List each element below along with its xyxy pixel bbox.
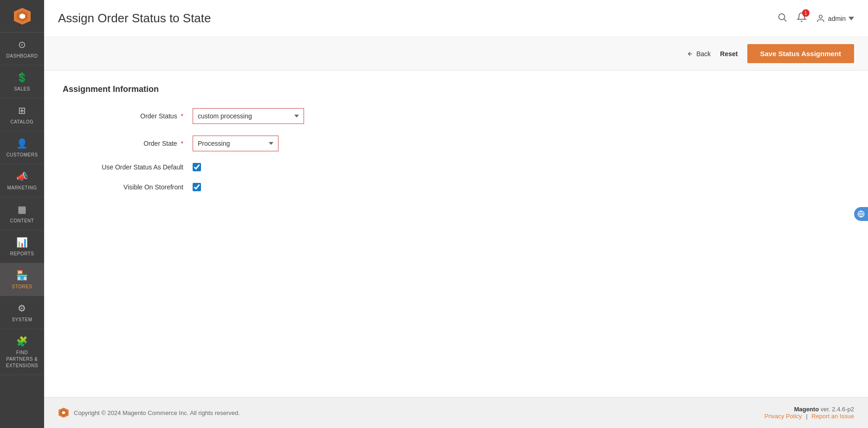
- reports-icon: 📊: [16, 236, 28, 249]
- chevron-down-icon: [849, 17, 854, 20]
- magento-label: Magento: [794, 406, 819, 413]
- sidebar-item-label: REPORTS: [10, 251, 34, 257]
- notification-count: 1: [802, 9, 810, 17]
- user-icon: [816, 14, 825, 23]
- magento-logo-icon: [58, 407, 69, 418]
- section-title: Assignment Information: [63, 84, 849, 94]
- admin-username: admin: [828, 15, 846, 22]
- sidebar-item-label: FIND PARTNERS & EXTENSIONS: [2, 350, 42, 369]
- footer-version: Magento ver. 2.4.6-p2 Privacy Policy | R…: [764, 406, 854, 420]
- sidebar-item-stores[interactable]: 🏪 STORES: [0, 263, 44, 296]
- dashboard-icon: ⊙: [18, 38, 26, 51]
- content-area: Assignment Information Order Status * cu…: [44, 71, 868, 397]
- use-default-checkbox-wrap: [193, 163, 201, 171]
- save-status-assignment-button[interactable]: Save Status Assignment: [747, 44, 855, 63]
- sidebar-item-content[interactable]: ▦ CONTENT: [0, 197, 44, 230]
- sidebar-item-system[interactable]: ⚙ SYSTEM: [0, 296, 44, 329]
- marketing-icon: 📣: [16, 170, 28, 183]
- page-header: Assign Order Status to State 1: [44, 0, 868, 37]
- sidebar-item-find-partners[interactable]: 🧩 FIND PARTNERS & EXTENSIONS: [0, 329, 44, 375]
- report-issue-link[interactable]: Report an Issue: [811, 413, 854, 420]
- visible-storefront-label: Visible On Storefront: [63, 183, 193, 191]
- visible-storefront-checkbox-wrap: [193, 183, 201, 191]
- separator: |: [806, 413, 807, 420]
- footer-copyright: Copyright © 2024 Magento Commerce Inc. A…: [58, 407, 240, 418]
- required-indicator: *: [181, 140, 183, 147]
- page-footer: Copyright © 2024 Magento Commerce Inc. A…: [44, 397, 868, 428]
- order-state-select[interactable]: Processing Pending Complete Closed Cance…: [193, 136, 279, 151]
- assignment-form: Order Status * custom processing Process…: [63, 108, 434, 191]
- sidebar-item-sales[interactable]: 💲 SALES: [0, 65, 44, 98]
- visible-storefront-checkbox[interactable]: [193, 183, 201, 191]
- sidebar-item-label: CATALOG: [11, 119, 34, 125]
- sidebar-item-reports[interactable]: 📊 REPORTS: [0, 230, 44, 263]
- svg-point-3: [779, 14, 785, 20]
- floating-help-button[interactable]: [854, 207, 868, 221]
- order-status-label: Order Status *: [63, 112, 193, 120]
- arrow-left-icon: [687, 51, 693, 57]
- toolbar: Back Reset Save Status Assignment: [44, 37, 868, 71]
- notification-button[interactable]: 1: [797, 12, 807, 25]
- svg-point-5: [819, 15, 823, 18]
- order-status-select[interactable]: custom processing Processing Pending Com…: [193, 108, 304, 124]
- required-indicator: *: [181, 112, 183, 120]
- search-button[interactable]: [777, 12, 787, 25]
- sidebar-item-label: CONTENT: [10, 218, 34, 224]
- sidebar-item-catalog[interactable]: ⊞ CATALOG: [0, 98, 44, 131]
- sidebar-item-label: SYSTEM: [12, 317, 32, 323]
- svg-line-4: [784, 19, 786, 21]
- sidebar-item-dashboard[interactable]: ⊙ DASHBOARD: [0, 32, 44, 65]
- save-label: Save Status Assignment: [760, 50, 842, 58]
- use-default-row: Use Order Status As Default: [63, 163, 434, 171]
- use-default-label: Use Order Status As Default: [63, 163, 193, 171]
- reset-label: Reset: [720, 50, 738, 58]
- order-state-row: Order State * Processing Pending Complet…: [63, 136, 434, 151]
- system-icon: ⚙: [18, 302, 26, 315]
- sales-icon: 💲: [16, 71, 28, 84]
- sidebar-logo: [0, 0, 44, 32]
- sidebar: ⊙ DASHBOARD 💲 SALES ⊞ CATALOG 👤 CUSTOMER…: [0, 0, 44, 428]
- copyright-text: Copyright © 2024 Magento Commerce Inc. A…: [74, 409, 240, 416]
- content-icon: ▦: [18, 203, 27, 216]
- sidebar-item-label: STORES: [12, 284, 32, 290]
- order-status-row: Order Status * custom processing Process…: [63, 108, 434, 124]
- sidebar-item-label: DASHBOARD: [6, 53, 38, 59]
- order-state-label: Order State *: [63, 140, 193, 147]
- back-button[interactable]: Back: [687, 50, 711, 58]
- catalog-icon: ⊞: [18, 104, 26, 117]
- visible-storefront-row: Visible On Storefront: [63, 183, 434, 191]
- globe-icon: [857, 210, 865, 218]
- search-icon: [777, 12, 787, 22]
- sidebar-item-label: SALES: [14, 86, 30, 92]
- stores-icon: 🏪: [16, 269, 28, 282]
- version-number: ver. 2.4.6-p2: [821, 406, 854, 413]
- back-label: Back: [696, 50, 711, 58]
- admin-user-menu[interactable]: admin: [816, 14, 854, 23]
- page-title: Assign Order Status to State: [58, 11, 211, 26]
- privacy-policy-link[interactable]: Privacy Policy: [764, 413, 802, 420]
- sidebar-item-label: CUSTOMERS: [6, 152, 38, 158]
- main-content: Assign Order Status to State 1: [44, 0, 868, 428]
- header-actions: 1 admin: [777, 12, 854, 25]
- use-default-checkbox[interactable]: [193, 163, 201, 171]
- partners-icon: 🧩: [16, 335, 28, 348]
- sidebar-item-marketing[interactable]: 📣 MARKETING: [0, 164, 44, 197]
- customers-icon: 👤: [16, 137, 28, 150]
- sidebar-item-label: MARKETING: [7, 185, 37, 191]
- reset-button[interactable]: Reset: [720, 50, 738, 58]
- sidebar-item-customers[interactable]: 👤 CUSTOMERS: [0, 131, 44, 164]
